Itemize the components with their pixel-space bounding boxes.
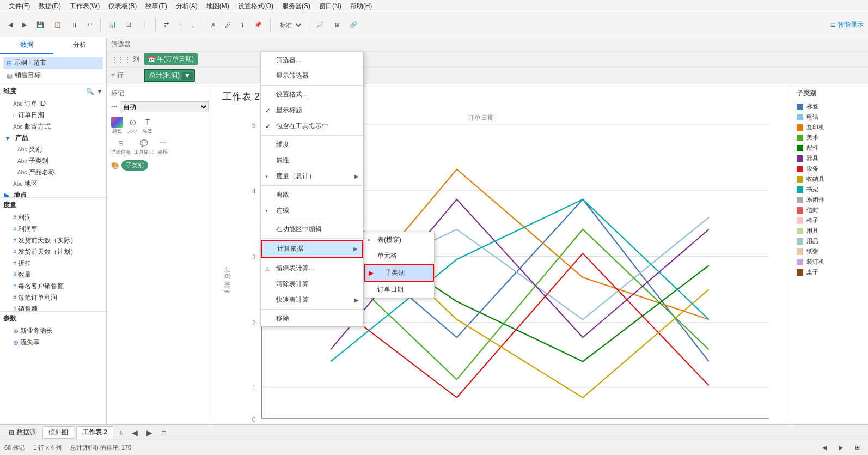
measure-days-planned[interactable]: # 发货前天数（计划） — [0, 246, 106, 258]
toolbar-saveas[interactable]: 📋 — [50, 19, 65, 31]
cm-show-filter[interactable]: 显示筛选器 — [261, 68, 363, 84]
cm-remove[interactable]: 移除 — [261, 311, 363, 326]
menu-help[interactable]: 帮助(H) — [346, 1, 377, 12]
add-icon[interactable]: ▼ — [96, 88, 103, 95]
sheet-tab-ws2[interactable]: 工作表 2 — [76, 426, 113, 439]
smart-display[interactable]: ≡ 智能显示 — [830, 20, 864, 30]
search-icon[interactable]: 🔍 — [86, 88, 94, 95]
cm-show-header[interactable]: 显示标题 — [261, 102, 363, 118]
tab-data[interactable]: 数据 — [0, 37, 53, 54]
toolbar-sort-asc[interactable]: ↑ — [175, 20, 186, 31]
field-location[interactable]: ▶ 地点 — [0, 190, 106, 198]
submenu-table-across[interactable]: 表(横穿) — [364, 232, 434, 248]
field-category[interactable]: Abc 类别 — [0, 144, 106, 155]
cm-attribute[interactable]: 属性 — [261, 153, 363, 168]
toolbar-swap[interactable]: ⇄ — [160, 19, 173, 31]
toolbar-back[interactable]: ◀ — [4, 19, 16, 31]
field-product-name[interactable]: Abc 产品名称 — [0, 167, 106, 178]
cm-include-tooltip[interactable]: 包含在工具提示中 — [261, 118, 363, 134]
measure-profit[interactable]: # 利润 — [0, 212, 106, 223]
rows-pill[interactable]: 总计(利润) ▼ — [144, 69, 195, 82]
toolbar-save[interactable]: 💾 — [33, 19, 48, 31]
submenu-subcategory[interactable]: ▶ 子类别 — [364, 264, 434, 282]
toolbar-standard-dropdown[interactable]: 标准 — [275, 20, 303, 31]
measure-profit-per-order[interactable]: # 每笔订单利润 — [0, 292, 106, 304]
toolbar-more[interactable]: ⋮ — [137, 19, 151, 31]
cm-discrete[interactable]: 离散 — [261, 187, 363, 203]
status-fit-btn[interactable]: ⊞ — [851, 442, 864, 453]
toolbar-pin[interactable]: 📌 — [250, 19, 266, 31]
marks-label-btn[interactable]: T 标签 — [142, 117, 154, 135]
field-ship-mode[interactable]: Abc 邮寄方式 — [0, 121, 106, 132]
marks-path-btn[interactable]: 〰 路径 — [157, 138, 169, 156]
marks-size-btn[interactable]: ⊙ 大小 — [126, 117, 138, 135]
toolbar-share[interactable]: 🔗 — [346, 19, 361, 31]
measure-sales[interactable]: # 销售额 — [0, 304, 106, 312]
toolbar-screen[interactable]: 🖥 — [330, 20, 344, 31]
menu-map[interactable]: 地图(M) — [202, 1, 234, 12]
marks-tooltip-btn[interactable]: 💬 工具提示 — [134, 138, 154, 156]
params-title: 参数 — [3, 314, 16, 323]
menu-dashboard[interactable]: 仪表板(B) — [104, 1, 141, 12]
menu-analysis[interactable]: 分析(A) — [172, 1, 202, 12]
menu-file[interactable]: 文件(F) — [4, 1, 34, 12]
menu-server[interactable]: 服务器(S) — [278, 1, 315, 12]
toolbar-text[interactable]: T — [237, 20, 248, 31]
param-churn[interactable]: ⊕ 流失率 — [0, 337, 106, 348]
cm-dimension[interactable]: 维度 — [261, 137, 363, 153]
cm-filter[interactable]: 筛选器... — [261, 52, 363, 68]
marks-type-select[interactable]: 自动 — [120, 101, 209, 112]
subcategory-pill[interactable]: 子类别 — [121, 160, 148, 171]
data-source-tab[interactable]: ⊞ 数据源 — [4, 427, 40, 438]
tab-analysis[interactable]: 分析 — [53, 37, 107, 54]
field-region[interactable]: Abc 地区 — [0, 178, 106, 190]
marks-color-btn[interactable]: 颜色 — [111, 117, 123, 135]
marks-detail-btn[interactable]: ⊟ 详细信息 — [111, 138, 131, 156]
param-new-biz[interactable]: ⊕ 新业务增长 — [0, 325, 106, 337]
cm-measure[interactable]: 度量（总计） — [261, 168, 363, 184]
measure-profit-rate[interactable]: # 利润率 — [0, 223, 106, 235]
add-sheet-btn[interactable]: + — [115, 427, 126, 438]
cm-clear-table-calc[interactable]: 清除表计算 — [261, 276, 363, 292]
next-sheet-btn[interactable]: ▶ — [143, 427, 156, 438]
status-prev-btn[interactable]: ◀ — [818, 442, 830, 453]
submenu-order-date[interactable]: 订单日期 — [364, 282, 434, 298]
cm-quick-table-calc[interactable]: 快速表计算 — [261, 292, 363, 308]
datasource-supermarket[interactable]: ⊞ 示例 - 超市 — [3, 57, 103, 69]
datasource-sales-target[interactable]: ▦ 销售目标 — [3, 69, 103, 82]
toolbar-underline[interactable]: A — [207, 20, 219, 31]
cm-edit-table-calc[interactable]: 编辑表计算... — [261, 260, 363, 276]
toolbar-undo[interactable]: ↩ — [83, 19, 96, 31]
measure-quantity[interactable]: # 数量 — [0, 269, 106, 281]
toolbar-chart[interactable]: 📊 — [105, 19, 120, 31]
toolbar-chart2[interactable]: 📈 — [313, 19, 328, 31]
measure-days-actual[interactable]: # 发货前天数（实际） — [0, 235, 106, 246]
measure-discount[interactable]: # 折扣 — [0, 258, 106, 269]
menu-format[interactable]: 设置格式(O) — [234, 1, 278, 12]
submenu-cell[interactable]: 单元格 — [364, 248, 434, 264]
cm-edit-in-shelf[interactable]: 在功能区中编辑 — [261, 221, 363, 237]
cm-format[interactable]: 设置格式... — [261, 87, 363, 102]
cm-continuous[interactable]: 连续 — [261, 203, 363, 219]
sheet-list-btn[interactable]: ≡ — [158, 427, 169, 438]
menu-window[interactable]: 窗口(N) — [315, 1, 346, 12]
menu-data[interactable]: 数据(D) — [34, 1, 65, 12]
columns-pill[interactable]: 📅 年(订单日期) — [144, 53, 198, 65]
status-next-btn[interactable]: ▶ — [835, 442, 847, 453]
measure-sales-per-customer[interactable]: # 每名客户销售额 — [0, 281, 106, 292]
sheet-tab-slope[interactable]: 倾斜图 — [42, 426, 74, 439]
toolbar-sort-desc[interactable]: ↓ — [188, 20, 199, 31]
field-subcategory[interactable]: Abc 子类别 — [0, 155, 106, 167]
toolbar-pause[interactable]: ⏸ — [68, 20, 81, 31]
field-product-category[interactable]: ▼ 产品 — [0, 132, 106, 144]
menu-worksheet[interactable]: 工作表(W) — [65, 1, 104, 12]
toolbar-forward[interactable]: ▶ — [19, 19, 30, 31]
toolbar-table[interactable]: ⊞ — [123, 19, 135, 31]
menu-story[interactable]: 故事(T) — [141, 1, 171, 12]
field-order-date[interactable]: □ 订单日期 — [0, 110, 106, 121]
prev-sheet-btn[interactable]: ◀ — [129, 427, 141, 438]
rows-pill-dropdown-arrow[interactable]: ▼ — [182, 72, 193, 80]
cm-compute-using[interactable]: 计算依据 — [261, 240, 363, 258]
toolbar-highlight[interactable]: 🖊 — [221, 20, 235, 31]
field-order-id[interactable]: Abc 订单 ID — [0, 98, 106, 110]
